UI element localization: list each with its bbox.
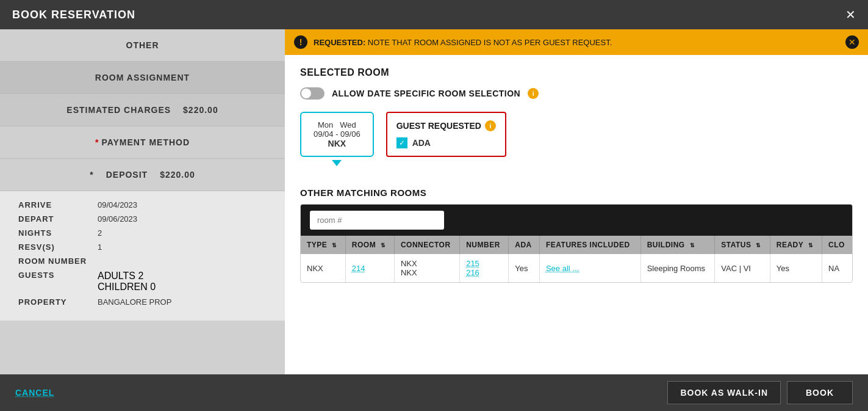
alert-bar: ! REQUESTED: NOTE THAT ROOM ASSIGNED IS … — [285, 29, 868, 55]
nav-item-deposit[interactable]: * DEPOSIT $220.00 — [0, 159, 285, 191]
depart-label: DEPART — [18, 214, 98, 224]
col-clo: CLO — [822, 236, 853, 254]
arrive-row: ARRIVE 09/04/2023 — [18, 200, 267, 209]
date-guest-row: Mon Wed 09/04 - 09/06 NKX GUEST REQUESTE… — [300, 112, 853, 175]
guest-requested-box: GUEST REQUESTED i ✓ ADA — [386, 112, 506, 157]
walk-in-button[interactable]: BOOK AS WALK-IN — [667, 381, 781, 404]
rooms-table: TYPE ⇅ ROOM ⇅ CONNECTOR NUMBER ADA FEATU… — [301, 236, 852, 282]
nav-item-room-assignment[interactable]: ROOM ASSIGNMENT — [0, 62, 285, 94]
room-number-row: ROOM NUMBER — [18, 256, 267, 266]
cell-features: See all ... — [539, 254, 640, 282]
date-box: Mon Wed 09/04 - 09/06 NKX — [300, 112, 374, 157]
col-number: NUMBER — [460, 236, 509, 254]
depart-value: 09/06/2023 — [98, 214, 137, 224]
room-number-label: ROOM NUMBER — [18, 256, 98, 266]
modal-header: BOOK RESERVATION ✕ — [0, 0, 868, 29]
col-type[interactable]: TYPE ⇅ — [301, 236, 345, 254]
depart-row: DEPART 09/06/2023 — [18, 214, 267, 224]
col-features: FEATURES INCLUDED — [539, 236, 640, 254]
nights-value: 2 — [98, 228, 102, 238]
left-scroll-area[interactable]: OTHER ROOM ASSIGNMENT ESTIMATED CHARGES … — [0, 29, 285, 374]
nights-label: NIGHTS — [18, 228, 98, 238]
left-panel: OTHER ROOM ASSIGNMENT ESTIMATED CHARGES … — [0, 29, 285, 374]
deposit-required-marker: * — [90, 170, 93, 180]
table-header: TYPE ⇅ ROOM ⇅ CONNECTOR NUMBER ADA FEATU… — [301, 236, 852, 254]
guests-value: ADULTS 2 CHILDREN 0 — [98, 271, 156, 293]
modal-close-button[interactable]: ✕ — [845, 7, 856, 22]
toggle-row: ALLOW DATE SPECIFIC ROOM SELECTION i — [300, 87, 853, 100]
col-ready[interactable]: READY ⇅ — [770, 236, 822, 254]
number-link-215[interactable]: 215 — [466, 259, 479, 268]
estimated-charges-label: ESTIMATED CHARGES — [66, 105, 171, 115]
cell-ready: Yes — [770, 254, 822, 282]
cell-building: Sleeping Rooms — [640, 254, 715, 282]
alert-text: REQUESTED: NOTE THAT ROOM ASSIGNED IS NO… — [314, 38, 839, 47]
date-box-arrow — [332, 160, 342, 166]
col-ada: ADA — [509, 236, 540, 254]
guest-requested-info-icon[interactable]: i — [485, 120, 496, 131]
features-link[interactable]: See all ... — [546, 264, 579, 273]
room-search-input[interactable] — [310, 211, 444, 230]
nav-item-other[interactable]: OTHER — [0, 29, 285, 62]
guests-label: GUESTS — [18, 271, 98, 280]
cell-connector: NKX NKX — [394, 254, 459, 282]
col-connector: CONNECTOR — [394, 236, 459, 254]
room-link[interactable]: 214 — [352, 264, 365, 273]
cell-room: 214 — [345, 254, 394, 282]
arrive-value: 09/04/2023 — [98, 200, 137, 209]
right-actions: BOOK AS WALK-IN BOOK — [667, 381, 853, 404]
cell-status: VAC | VI — [715, 254, 770, 282]
ada-checkbox[interactable]: ✓ — [396, 137, 407, 148]
modal-title: BOOK RESERVATION — [12, 9, 135, 21]
book-button[interactable]: BOOK — [787, 381, 853, 404]
cell-ada: Yes — [509, 254, 540, 282]
deposit-label: DEPOSIT — [106, 170, 148, 180]
adults-value: ADULTS 2 — [98, 271, 156, 282]
table-search-bar — [301, 205, 852, 236]
right-content[interactable]: SELECTED ROOM ALLOW DATE SPECIFIC ROOM S… — [285, 55, 868, 374]
children-value: CHILDREN 0 — [98, 282, 156, 293]
resvs-value: 1 — [98, 242, 102, 252]
date-days: Mon Wed — [314, 120, 360, 129]
number-link-216[interactable]: 216 — [466, 268, 479, 277]
cancel-button[interactable]: CANCEL — [15, 388, 54, 398]
alert-dismiss-button[interactable]: ✕ — [845, 35, 859, 49]
resvs-row: RESV(S) 1 — [18, 242, 267, 252]
date-specific-toggle[interactable] — [300, 87, 325, 100]
nav-item-payment-method[interactable]: *PAYMENT METHOD — [0, 126, 285, 159]
date-room-code: NKX — [314, 139, 360, 148]
cell-type: NKX — [301, 254, 345, 282]
modal: BOOK RESERVATION ✕ OTHER ROOM ASSIGNMENT… — [0, 0, 868, 411]
arrive-label: ARRIVE — [18, 200, 98, 209]
info-section: ARRIVE 09/04/2023 DEPART 09/06/2023 NIGH… — [0, 191, 285, 321]
alert-prefix: REQUESTED: — [314, 38, 365, 47]
col-room[interactable]: ROOM ⇅ — [345, 236, 394, 254]
nav-item-estimated-charges[interactable]: ESTIMATED CHARGES $220.00 — [0, 94, 285, 126]
guests-row: GUESTS ADULTS 2 CHILDREN 0 — [18, 271, 267, 293]
cell-clo: NA — [822, 254, 853, 282]
estimated-charges-value: $220.00 — [183, 105, 218, 115]
toggle-label: ALLOW DATE SPECIFIC ROOM SELECTION — [332, 89, 520, 98]
col-status[interactable]: STATUS ⇅ — [715, 236, 770, 254]
toggle-info-icon[interactable]: i — [528, 88, 539, 99]
selected-room-title: SELECTED ROOM — [300, 67, 853, 78]
rooms-table-container: TYPE ⇅ ROOM ⇅ CONNECTOR NUMBER ADA FEATU… — [300, 204, 853, 283]
alert-message: NOTE THAT ROOM ASSIGNED IS NOT AS PER GU… — [365, 38, 612, 47]
alert-icon: ! — [294, 35, 307, 49]
nights-row: NIGHTS 2 — [18, 228, 267, 238]
ada-label: ADA — [412, 138, 431, 148]
cell-number: 215 216 — [460, 254, 509, 282]
other-matching-title: OTHER MATCHING ROOMS — [300, 187, 853, 198]
date-range-text: 09/04 - 09/06 — [314, 129, 360, 139]
property-label: PROPERTY — [18, 297, 98, 307]
right-panel: ! REQUESTED: NOTE THAT ROOM ASSIGNED IS … — [285, 29, 868, 374]
deposit-value: $220.00 — [160, 170, 195, 180]
modal-body: OTHER ROOM ASSIGNMENT ESTIMATED CHARGES … — [0, 29, 868, 374]
property-row: PROPERTY BANGALORE PROP — [18, 297, 267, 307]
resvs-label: RESV(S) — [18, 242, 98, 252]
col-building[interactable]: BUILDING ⇅ — [640, 236, 715, 254]
bottom-bar: CANCEL BOOK AS WALK-IN BOOK — [0, 374, 868, 411]
payment-method-label: PAYMENT METHOD — [101, 137, 190, 147]
payment-required-marker: * — [95, 137, 99, 147]
table-row: NKX 214 NKX NKX 215 216 — [301, 254, 852, 282]
